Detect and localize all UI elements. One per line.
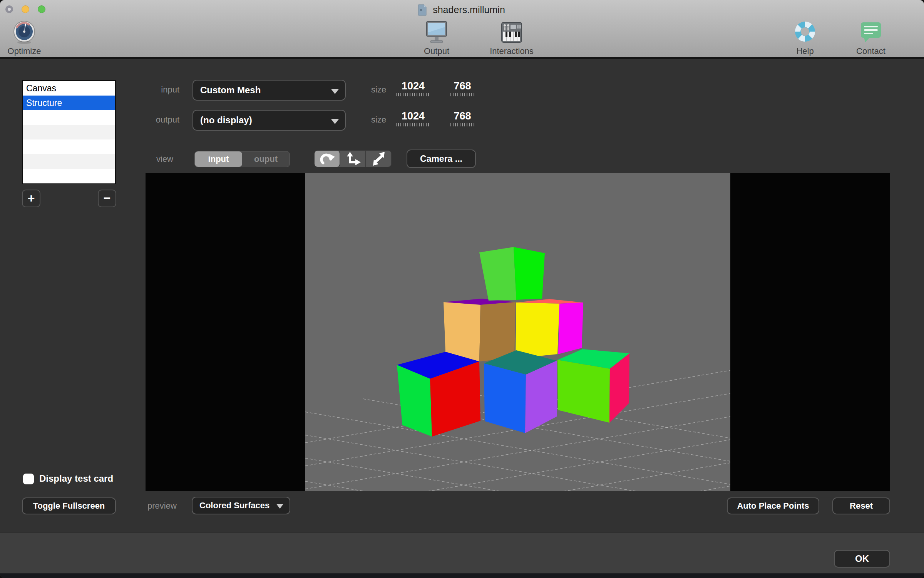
rotate-tool-button[interactable] xyxy=(315,151,340,167)
preview-label: preview xyxy=(147,501,177,511)
output-display-value: (no display) xyxy=(200,115,252,125)
translate-icon xyxy=(345,152,361,166)
toolbar-help-label: Help xyxy=(782,46,828,56)
add-layer-button[interactable]: + xyxy=(22,190,40,207)
list-item-structure[interactable]: Structure xyxy=(23,96,115,110)
window-bottom-edge xyxy=(0,573,924,578)
cube-face xyxy=(557,360,610,423)
toggle-fullscreen-button[interactable]: Toggle Fullscreen xyxy=(22,497,116,514)
cube-face xyxy=(479,302,516,361)
list-item-canvas[interactable]: Canvas xyxy=(23,81,115,96)
input-height-value: 768 xyxy=(450,80,474,92)
toolbar-contact-button[interactable]: Contact xyxy=(844,20,898,56)
output-height-value: 768 xyxy=(450,110,474,122)
height-scrubber[interactable] xyxy=(450,93,474,96)
input-type-value: Custom Mesh xyxy=(200,85,261,95)
input-width-field[interactable]: 1024 xyxy=(396,80,430,96)
toolbar-contact-label: Contact xyxy=(844,46,898,56)
preview-letterbox xyxy=(146,173,890,491)
list-item-empty[interactable] xyxy=(23,110,115,125)
render-viewport[interactable] xyxy=(305,173,730,491)
preview-mode-value: Colored Surfaces xyxy=(199,501,270,510)
display-test-card-checkbox[interactable] xyxy=(23,474,34,484)
input-width-value: 1024 xyxy=(396,80,430,92)
list-item-empty[interactable] xyxy=(23,139,115,154)
ok-button[interactable]: OK xyxy=(834,550,890,568)
toolbar-output-button[interactable]: Output xyxy=(410,20,464,56)
translate-tool-button[interactable] xyxy=(340,151,366,167)
toolbar-optimize-button[interactable]: Optimize xyxy=(3,20,45,56)
output-height-field[interactable]: 768 xyxy=(450,110,474,126)
toolbar-interactions-label: Interactions xyxy=(477,46,546,56)
display-icon xyxy=(424,20,450,45)
input-size-label: size xyxy=(371,85,386,95)
toolbar-output-label: Output xyxy=(410,46,464,56)
structure-3d-scene xyxy=(305,173,730,491)
list-item-empty[interactable] xyxy=(23,169,115,183)
height-scrubber[interactable] xyxy=(450,123,474,126)
cube-face xyxy=(444,302,480,361)
toolbar-help-button[interactable]: Help xyxy=(782,20,828,56)
input-label: input xyxy=(156,85,179,95)
tab-view-input[interactable]: input xyxy=(195,151,242,167)
cube-face xyxy=(479,247,516,301)
cube-face xyxy=(558,302,583,354)
window-title: shaders.millumin xyxy=(419,3,505,16)
titlebar: shaders.millumin xyxy=(0,3,924,17)
toolbar-optimize-label: Optimize xyxy=(3,46,45,56)
speech-bubble-icon xyxy=(859,20,883,45)
output-size-label: size xyxy=(371,115,386,125)
chevron-down-icon xyxy=(331,119,339,124)
width-scrubber[interactable] xyxy=(396,123,430,126)
list-item-empty[interactable] xyxy=(23,154,115,169)
output-width-field[interactable]: 1024 xyxy=(396,110,430,126)
lifebuoy-icon xyxy=(793,20,817,45)
auto-place-points-button[interactable]: Auto Place Points xyxy=(727,497,819,514)
app-window: shaders.millumin Optimize xyxy=(0,0,924,578)
reset-button[interactable]: Reset xyxy=(832,497,890,514)
display-test-card-label: Display test card xyxy=(39,473,113,484)
view-mode-segmented-control: input ouput xyxy=(194,151,290,167)
tab-view-output[interactable]: ouput xyxy=(242,151,290,167)
rotate-icon xyxy=(320,152,335,165)
layers-list: Canvas Structure xyxy=(22,80,116,184)
footer-bar: OK xyxy=(0,533,924,573)
cube-face xyxy=(514,247,545,300)
toolbar-interactions-button[interactable]: Interactions xyxy=(477,20,546,56)
output-display-dropdown[interactable]: (no display) xyxy=(192,110,346,131)
preview-mode-dropdown[interactable]: Colored Surfaces xyxy=(192,497,290,514)
cube-face xyxy=(484,363,526,433)
scale-icon xyxy=(372,152,386,166)
list-item-empty[interactable] xyxy=(23,125,115,139)
midi-keyboard-icon xyxy=(499,20,524,45)
document-icon xyxy=(418,4,427,16)
input-type-dropdown[interactable]: Custom Mesh xyxy=(192,80,346,101)
chevron-down-icon xyxy=(276,504,283,509)
camera-button[interactable]: Camera ... xyxy=(407,150,476,168)
chevron-down-icon xyxy=(331,89,339,94)
output-width-value: 1024 xyxy=(396,110,430,122)
view-label: view xyxy=(156,154,173,164)
output-label: output xyxy=(151,115,179,125)
gauge-icon xyxy=(12,20,36,45)
input-height-field[interactable]: 768 xyxy=(450,80,474,96)
transform-segmented-control xyxy=(314,150,392,167)
remove-layer-button[interactable]: − xyxy=(98,190,116,207)
cube-face xyxy=(516,302,559,358)
scale-tool-button[interactable] xyxy=(366,151,391,167)
titlebar-and-toolbar: shaders.millumin Optimize xyxy=(0,0,924,59)
width-scrubber[interactable] xyxy=(396,93,430,96)
